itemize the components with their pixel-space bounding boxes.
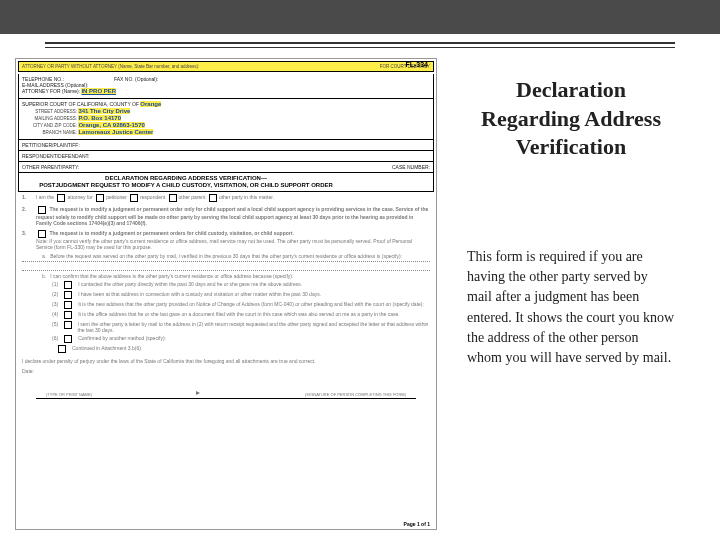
form-code: FL-334	[405, 61, 428, 69]
item-3b: b.I can confirm that the above address i…	[16, 272, 436, 280]
sub-6: (6)Confirmed by another method (specify)…	[16, 334, 436, 344]
top-bar	[0, 0, 720, 34]
atty-for-row: ATTORNEY FOR (Name): IN PRO PER	[22, 88, 430, 95]
slide: FL-334 ATTORNEY OR PARTY WITHOUT ATTORNE…	[0, 0, 720, 540]
dotted-rule	[22, 261, 430, 262]
sub-4: (4)It is the office address that he or s…	[16, 310, 436, 320]
description: This form is required if you are having …	[467, 247, 675, 369]
sub-7: Continued in Attachment 3.b(6).	[16, 344, 436, 354]
content-row: FL-334 ATTORNEY OR PARTY WITHOUT ATTORNE…	[0, 58, 720, 540]
date-row: Date:	[16, 366, 436, 376]
item-2: 2. The request is to modify a judgment o…	[16, 204, 436, 228]
attorney-header: ATTORNEY OR PARTY WITHOUT ATTORNEY (Name…	[22, 64, 199, 69]
item-3a: a.Before the request was served on the o…	[16, 252, 436, 260]
penalty: I declare under penalty of perjury under…	[16, 354, 436, 366]
sub-2: (2)I have been at that address in connec…	[16, 290, 436, 300]
court-box: SUPERIOR COURT OF CALIFORNIA, COUNTY OF …	[18, 99, 434, 140]
court-line-row: SUPERIOR COURT OF CALIFORNIA, COUNTY OF …	[22, 101, 430, 108]
form-thumbnail: FL-334 ATTORNEY OR PARTY WITHOUT ATTORNE…	[15, 58, 437, 530]
item1-text: I am the attorney for petitioner respond…	[36, 194, 274, 202]
form-title-2: POSTJUDGMENT REQUEST TO MODIFY A CHILD C…	[22, 182, 350, 189]
respondent-box: RESPONDENT/DEFENDANT:	[18, 151, 434, 162]
page-number: Page 1 of 1	[404, 521, 430, 527]
sub-1: (1)I contacted the other party directly …	[16, 280, 436, 290]
sub-5: (5)I sent the other party a letter by ma…	[16, 320, 436, 334]
street-row: STREET ADDRESS: 341 The City Drive	[22, 108, 430, 115]
in-pro-per: IN PRO PER	[81, 88, 116, 94]
rule-area	[0, 34, 720, 58]
city-row: CITY AND ZIP CODE: Orange, CA 92863-1570	[22, 122, 430, 129]
dotted-rule-2	[22, 270, 430, 271]
double-rule	[45, 42, 675, 48]
county: Orange	[140, 101, 161, 107]
form-title-1: DECLARATION REGARDING ADDRESS VERIFICATI…	[22, 175, 350, 182]
signature-line: (TYPE OR PRINT NAME) ▸ (SIGNATURE OF PER…	[36, 378, 416, 399]
contact-box: TELEPHONE NO.: FAX NO. (Optional): E-MAI…	[18, 74, 434, 98]
attorney-box: ATTORNEY OR PARTY WITHOUT ATTORNEY (Name…	[18, 61, 434, 72]
mail-row: MAILING ADDRESS: P.O. Box 14170	[22, 115, 430, 122]
right-panel: Declaration Regarding Address Verificati…	[467, 58, 675, 530]
petitioner-box: PETITIONER/PLAINTIFF:	[18, 140, 434, 151]
page-title: Declaration Regarding Address Verificati…	[467, 76, 675, 162]
other-party-box: OTHER PARENT/PARTY: CASE NUMBER:	[18, 162, 434, 173]
sub-3: (3)It is the new address that the other …	[16, 300, 436, 310]
item-1: 1. I am the attorney for petitioner resp…	[16, 192, 436, 204]
form-title-box: DECLARATION REGARDING ADDRESS VERIFICATI…	[18, 173, 434, 192]
branch-row: BRANCH NAME: Lamoreaux Justice Center	[22, 129, 430, 136]
item-3: 3. The request is to modify a judgment o…	[16, 228, 436, 252]
